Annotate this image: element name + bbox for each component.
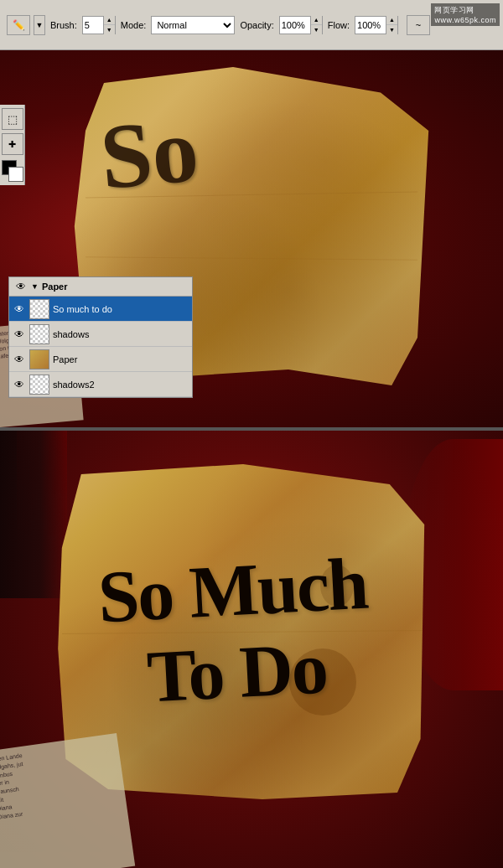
flow-input-group: ▲ ▼ <box>355 16 398 34</box>
opacity-up[interactable]: ▲ <box>311 16 322 26</box>
layer-name-0: So much to do <box>53 304 189 314</box>
brush-size-input-group: ▲ ▼ <box>82 16 116 34</box>
opacity-down[interactable]: ▼ <box>311 25 322 34</box>
background-color[interactable] <box>8 167 23 182</box>
watermark-line2: www.w65pk.com <box>434 16 496 24</box>
newspaper-bottom: gaten LandeWolgahs, jutnienbus ier inBra… <box>0 733 135 868</box>
bottom-canvas[interactable]: So Much To Do gaten LandeWolgahs, jutnie… <box>0 431 503 868</box>
tool-panel: ⬚ ✚ <box>0 105 25 185</box>
mode-label: Mode: <box>121 20 147 30</box>
watermark-line1: 网页学习网 <box>434 5 496 16</box>
newspaper-bottom-text: gaten LandeWolgahs, jutnienbus ier inBra… <box>0 733 127 827</box>
mode-select[interactable]: Normal <box>151 16 235 34</box>
layer-name-3: shadows2 <box>53 380 189 390</box>
toolbar: ✏️ ▼ Brush: ▲ ▼ Mode: Normal Opacity: ▲ … <box>0 0 503 50</box>
watermark: 网页学习网 www.w65pk.com <box>431 3 500 26</box>
fg-bg-colors[interactable] <box>2 160 23 182</box>
flow-up[interactable]: ▲ <box>386 16 397 26</box>
airbrush-button[interactable]: ~ <box>407 15 430 35</box>
layers-group-arrow[interactable]: ▼ <box>31 282 39 291</box>
brush-tool-group: ✏️ ▼ <box>7 15 45 35</box>
brush-tool-button[interactable]: ✏️ <box>7 15 30 35</box>
move-tool[interactable]: ✚ <box>2 133 23 155</box>
handwritten-line1: So Much <box>96 547 369 635</box>
layers-group-eye[interactable]: 👁 <box>14 280 28 293</box>
flow-label: Flow: <box>328 20 350 30</box>
brush-size-up[interactable]: ▲ <box>104 16 115 26</box>
opacity-label: Opacity: <box>240 20 273 30</box>
layer-thumb-3 <box>29 375 49 395</box>
layer-thumb-0 <box>29 299 49 319</box>
dark-figure-left <box>0 431 67 598</box>
flow-input[interactable] <box>355 17 386 34</box>
layer-name-2: Paper <box>53 354 189 364</box>
brush-label: Brush: <box>50 20 77 30</box>
layer-eye-1[interactable]: 👁 <box>13 328 26 341</box>
layer-thumb-2 <box>29 349 49 369</box>
handwritten-main-text: So Much To Do <box>69 489 401 773</box>
layers-group-header[interactable]: 👁 ▼ Paper <box>9 277 192 297</box>
marquee-tool[interactable]: ⬚ <box>2 108 23 130</box>
handwritten-so-text: So <box>96 96 203 211</box>
layer-eye-0[interactable]: 👁 <box>13 302 26 316</box>
top-canvas[interactable]: So gaten LandeWolgahs, juvon th-gafen La… <box>0 50 503 427</box>
opacity-arrows: ▲ ▼ <box>310 16 322 34</box>
brush-size-input[interactable] <box>83 17 103 34</box>
opacity-input[interactable] <box>280 17 310 34</box>
layer-name-1: shadows <box>53 329 189 339</box>
layers-panel: 👁 ▼ Paper 👁 So much to do 👁 shadows 👁 Pa… <box>8 276 193 398</box>
layer-eye-2[interactable]: 👁 <box>13 353 26 366</box>
opacity-input-group: ▲ ▼ <box>279 16 323 34</box>
flow-down[interactable]: ▼ <box>386 25 397 34</box>
layer-row-3[interactable]: 👁 shadows2 <box>9 372 192 397</box>
brush-dropdown-arrow[interactable]: ▼ <box>34 15 45 35</box>
layer-eye-3[interactable]: 👁 <box>13 378 26 391</box>
handwritten-line2: To Do <box>145 631 328 714</box>
flow-arrows: ▲ ▼ <box>386 16 397 34</box>
layer-row-2[interactable]: 👁 Paper <box>9 347 192 372</box>
paper-fold-line-2 <box>86 256 417 260</box>
layer-row-0[interactable]: 👁 So much to do <box>9 297 192 322</box>
brush-size-down[interactable]: ▼ <box>104 25 115 34</box>
layer-thumb-1 <box>29 324 49 344</box>
brush-size-arrows: ▲ ▼ <box>103 16 115 34</box>
layer-row-1[interactable]: 👁 shadows <box>9 322 192 347</box>
layers-group-title: Paper <box>42 282 68 292</box>
